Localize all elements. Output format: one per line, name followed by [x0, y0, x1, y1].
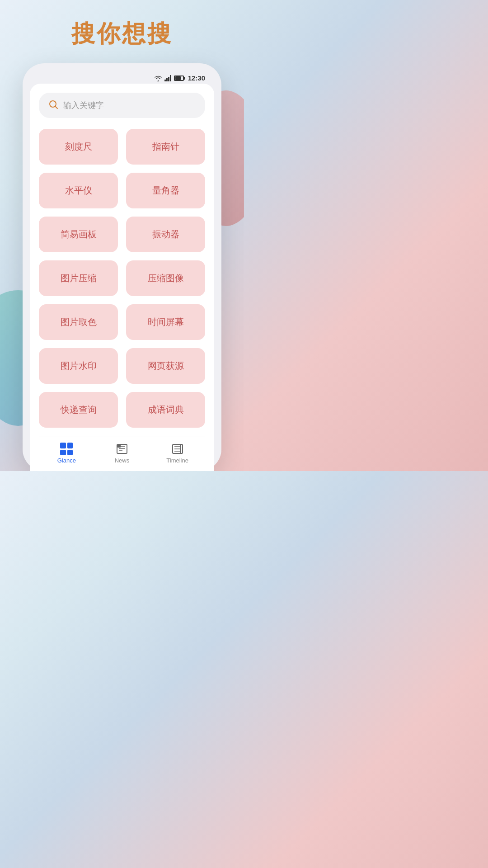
nav-label-news: News — [115, 457, 130, 464]
tool-btn-img-compress2[interactable]: 压缩图像 — [126, 260, 205, 296]
tool-btn-img-compress[interactable]: 图片压缩 — [39, 260, 118, 296]
news-icon — [116, 443, 128, 455]
tool-btn-color-pick[interactable]: 图片取色 — [39, 304, 118, 340]
svg-line-5 — [56, 107, 58, 109]
status-icons: 12:30 — [154, 74, 205, 82]
tool-btn-time-screen[interactable]: 时间屏幕 — [126, 304, 205, 340]
svg-rect-10 — [117, 444, 121, 448]
timeline-icon — [171, 443, 184, 455]
tool-btn-vibrator[interactable]: 振动器 — [126, 217, 205, 252]
tool-btn-img-watermark[interactable]: 图片水印 — [39, 348, 118, 384]
tool-btn-express[interactable]: 快递查询 — [39, 392, 118, 428]
tool-btn-ruler[interactable]: 刻度尺 — [39, 129, 118, 165]
signal-icon — [164, 75, 172, 81]
tools-grid: 刻度尺指南针水平仪量角器简易画板振动器图片压缩压缩图像图片取色时间屏幕图片水印网… — [39, 129, 205, 437]
status-time: 12:30 — [188, 74, 205, 82]
nav-item-timeline[interactable]: Timeline — [160, 443, 196, 464]
tool-btn-sketch[interactable]: 简易画板 — [39, 217, 118, 252]
battery-fill — [175, 76, 181, 80]
status-bar: 12:30 — [30, 71, 214, 84]
svg-rect-2 — [168, 77, 169, 81]
tool-btn-level[interactable]: 水平仪 — [39, 173, 118, 208]
wifi-icon — [154, 75, 162, 81]
tool-btn-protractor[interactable]: 量角器 — [126, 173, 205, 208]
page-title: 搜你想搜 — [71, 18, 173, 50]
phone-mockup: 12:30 输入关键字 刻度尺指南针水平仪量角器简易画板振动器图片压缩压缩图像图… — [23, 63, 221, 471]
bottom-nav: Glance News — [39, 437, 205, 471]
tool-btn-compass[interactable]: 指南针 — [126, 129, 205, 165]
nav-item-news[interactable]: News — [104, 443, 140, 464]
search-bar[interactable]: 输入关键字 — [39, 93, 205, 118]
svg-rect-3 — [170, 75, 171, 81]
tool-btn-web-source[interactable]: 网页获源 — [126, 348, 205, 384]
svg-rect-0 — [164, 80, 166, 81]
glance-icon — [60, 443, 73, 455]
nav-item-glance[interactable]: Glance — [48, 443, 84, 464]
svg-rect-1 — [166, 78, 168, 81]
phone-screen: 输入关键字 刻度尺指南针水平仪量角器简易画板振动器图片压缩压缩图像图片取色时间屏… — [30, 84, 214, 471]
search-placeholder-text: 输入关键字 — [63, 100, 196, 111]
nav-label-glance: Glance — [57, 457, 76, 464]
search-icon — [48, 99, 59, 112]
battery-icon — [174, 75, 184, 81]
nav-label-timeline: Timeline — [166, 457, 188, 464]
tool-btn-idiom[interactable]: 成语词典 — [126, 392, 205, 428]
